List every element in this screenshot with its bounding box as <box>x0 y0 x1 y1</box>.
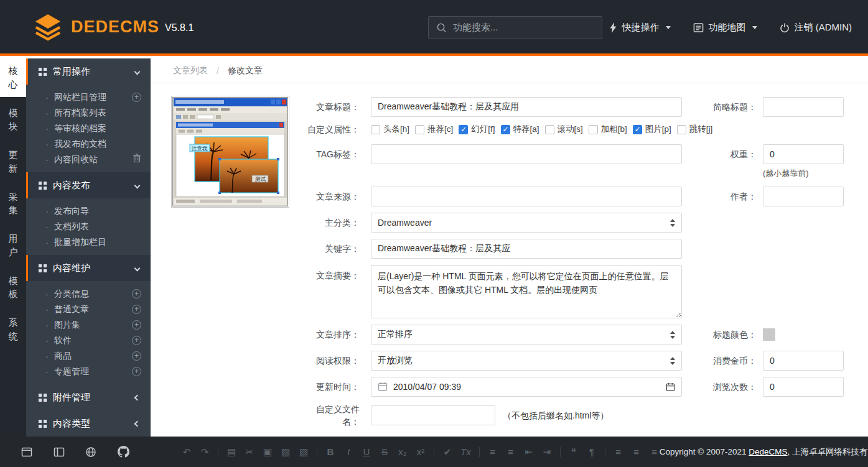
sidebar-item-recycle-bin[interactable]: 内容回收站 <box>26 152 151 167</box>
short-title-input[interactable] <box>763 97 844 117</box>
breadcrumb-article-list[interactable]: 文章列表 <box>173 65 208 76</box>
sort-select[interactable]: 正常排序 <box>371 325 682 344</box>
add-icon[interactable]: + <box>132 336 141 345</box>
subscript-icon[interactable]: x₂ <box>398 446 408 457</box>
source-input[interactable] <box>371 187 682 206</box>
function-map-menu[interactable]: 功能地图 <box>693 22 757 34</box>
add-icon[interactable]: + <box>132 305 141 314</box>
blockquote-icon[interactable]: ❝ <box>569 446 579 458</box>
spellcheck-icon[interactable]: ✔ <box>442 446 452 458</box>
window-icon[interactable] <box>21 446 32 458</box>
coin-input[interactable] <box>763 351 844 371</box>
cut-icon[interactable]: ✂ <box>245 446 254 458</box>
remove-format-icon[interactable]: Tx <box>460 446 471 457</box>
section-content-types[interactable]: 内容类型 <box>26 410 151 437</box>
sidebar-item-all-archives[interactable]: 所有档案列表 <box>26 105 151 121</box>
outdent-icon[interactable]: ⇤ <box>524 446 534 458</box>
undo-icon[interactable]: ↶ <box>182 446 192 458</box>
sidebar-item-image-gallery[interactable]: 图片集+ <box>26 317 151 333</box>
add-icon[interactable]: + <box>132 351 141 361</box>
align-right-icon[interactable]: ≡ <box>650 446 660 457</box>
keywords-input[interactable] <box>371 239 682 259</box>
checkbox-icon[interactable] <box>589 125 598 134</box>
sidebar-item-document-list[interactable]: 文档列表 <box>26 219 151 234</box>
add-icon[interactable]: + <box>132 320 141 330</box>
logo[interactable]: DEDECMS V5.8.1 <box>34 12 194 41</box>
tags-input[interactable] <box>371 144 682 164</box>
title-color-swatch[interactable] <box>763 328 775 341</box>
align-center-icon[interactable]: ≡ <box>632 446 642 457</box>
sidebar-item-product[interactable]: 商品+ <box>26 348 151 364</box>
align-left-icon[interactable]: ≡ <box>614 446 623 457</box>
weight-input[interactable] <box>763 144 844 164</box>
flag-bold[interactable]: 加粗[b] <box>589 124 627 135</box>
date-picker-icon[interactable] <box>666 382 675 392</box>
sidebar-item-batch-add-columns[interactable]: 批量增加栏目 <box>26 234 151 250</box>
layout-icon[interactable] <box>54 446 65 458</box>
checkbox-icon[interactable] <box>677 125 686 134</box>
checkbox-icon[interactable] <box>459 125 468 134</box>
sidebar-item-my-documents[interactable]: 我发布的文档 <box>26 136 151 152</box>
bold-icon[interactable]: B <box>325 446 335 457</box>
checkbox-icon[interactable] <box>415 125 424 134</box>
paste-word-icon[interactable]: ▧ <box>299 446 309 458</box>
update-time-input[interactable]: 2010/04/07 09:39 <box>371 377 682 397</box>
sidebar-item-software[interactable]: 软件+ <box>26 333 151 348</box>
redo-icon[interactable]: ↷ <box>200 446 210 458</box>
rail-item-templates[interactable]: 模板 <box>0 269 26 307</box>
rail-item-collect[interactable]: 采集 <box>0 185 26 223</box>
rail-item-users[interactable]: 用户 <box>0 226 26 265</box>
title-input[interactable] <box>371 97 682 117</box>
flag-headline[interactable]: 头条[h] <box>371 124 409 135</box>
flag-slide[interactable]: 幻灯[f] <box>459 124 495 135</box>
logout-button[interactable]: 注销 (ADMIN) <box>780 22 852 34</box>
underline-icon[interactable]: U <box>362 446 371 457</box>
paste-icon[interactable]: ▨ <box>281 446 291 458</box>
dedecms-link[interactable]: DedeCMS <box>749 447 787 456</box>
quick-actions-menu[interactable]: 快捷操作 <box>609 22 671 34</box>
indent-icon[interactable]: ⇥ <box>542 446 552 458</box>
sidebar-item-publish-wizard[interactable]: 发布向导 <box>26 203 151 219</box>
views-input[interactable] <box>763 377 844 397</box>
checkbox-icon[interactable] <box>545 125 554 134</box>
sidebar-item-site-columns[interactable]: 网站栏目管理+ <box>26 90 151 105</box>
section-attachment-management[interactable]: 附件管理 <box>26 384 151 410</box>
flag-jump[interactable]: 跳转[j] <box>677 124 713 135</box>
checkbox-icon[interactable] <box>501 125 510 134</box>
unordered-list-icon[interactable]: ≡ <box>506 446 516 457</box>
flag-special[interactable]: 特荐[a] <box>501 124 539 135</box>
section-content-publish[interactable]: 内容发布 <box>26 172 151 198</box>
filename-input[interactable] <box>371 405 495 425</box>
access-select[interactable]: 开放浏览 <box>371 351 682 371</box>
sidebar-item-classified-info[interactable]: 分类信息+ <box>26 286 151 302</box>
section-common-operations[interactable]: 常用操作 <box>26 58 151 85</box>
paragraph-icon[interactable]: ¶ <box>587 446 597 457</box>
source-icon[interactable]: ▤ <box>226 446 236 458</box>
section-content-maintenance[interactable]: 内容维护 <box>26 255 151 281</box>
global-search[interactable]: 功能搜索... <box>428 16 602 39</box>
checkbox-icon[interactable] <box>633 125 642 134</box>
copy-icon[interactable]: ▣ <box>263 446 273 458</box>
add-icon[interactable]: + <box>132 367 141 376</box>
category-select[interactable]: Dreamweaver <box>371 213 682 233</box>
strikethrough-icon[interactable]: S <box>380 446 390 457</box>
rail-item-core[interactable]: 核心 <box>0 58 26 97</box>
superscript-icon[interactable]: x² <box>416 446 426 457</box>
add-icon[interactable]: + <box>132 289 141 298</box>
rail-item-modules[interactable]: 模块 <box>0 101 26 139</box>
sidebar-item-topic-management[interactable]: 专题管理+ <box>26 364 151 379</box>
sidebar-item-pending-archives[interactable]: 等审核的档案 <box>26 121 151 136</box>
add-icon[interactable]: + <box>132 93 141 102</box>
ordered-list-icon[interactable]: ≡ <box>488 446 498 457</box>
flag-scroll[interactable]: 滚动[s] <box>545 124 583 135</box>
italic-icon[interactable]: I <box>343 446 353 457</box>
rail-item-update[interactable]: 更新 <box>0 142 26 181</box>
summary-textarea[interactable]: 层(Layer)是一种 HTML 页面元素，您可以将它定位在页面上的任意位置。层… <box>371 265 682 318</box>
rail-item-system[interactable]: 系统 <box>0 310 26 349</box>
github-icon[interactable] <box>118 446 129 458</box>
checkbox-icon[interactable] <box>371 125 380 134</box>
author-input[interactable] <box>763 187 844 206</box>
flag-picture[interactable]: 图片[p] <box>633 124 671 135</box>
flag-recommend[interactable]: 推荐[c] <box>415 124 453 135</box>
globe-icon[interactable] <box>85 446 96 458</box>
